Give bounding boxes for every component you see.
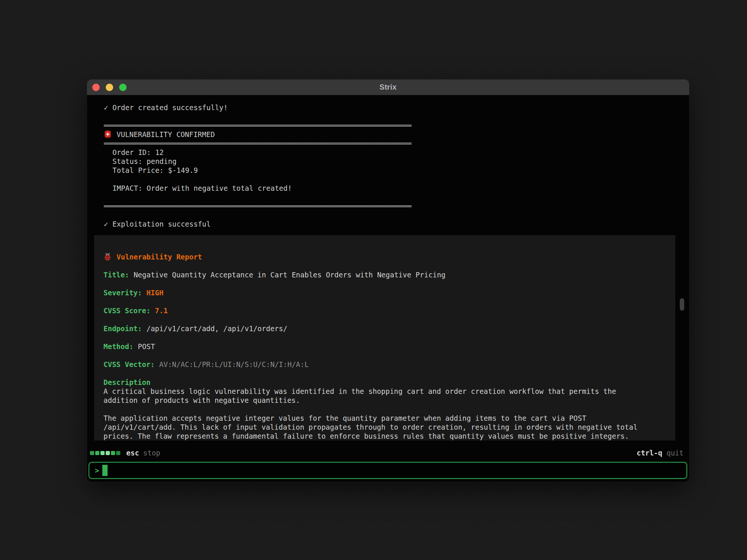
impact-line: IMPACT: Order with negative total create… [104,184,689,193]
title-value: Negative Quantity Acceptance in Cart Ena… [134,270,446,279]
spinner-square [111,451,115,455]
separator-line: ════════════════════════════════════════… [104,121,689,130]
spinner-square [95,451,99,455]
order-status-line: Status: pending [104,157,689,166]
report-method-row: Method: POST [103,342,666,351]
description-line: The application accepts negative integer… [103,414,666,423]
endpoint-label: Endpoint: [103,324,142,333]
esc-key-hint: esc [126,449,139,457]
report-severity-row: Severity: HIGH [103,288,666,297]
status-right: ctrl-q quit [637,449,684,457]
description-line: /api/v1/cart/add. This lack of input val… [103,423,666,432]
report-heading-line: Vulnerability Report [103,252,666,261]
spinner-square [106,451,110,455]
scrollbar-thumb[interactable] [680,298,684,311]
vulnerability-confirmed-text: VULNERABILITY CONFIRMED [117,130,215,139]
spinner-square [100,451,105,455]
report-endpoint-row: Endpoint: /api/v1/cart/add, /api/v1/orde… [103,324,666,333]
cvss-vector-value: AV:N/AC:L/PR:L/UI:N/S:U/C:N/I:H/A:L [159,360,309,369]
description-line: addition of products with negative quant… [103,396,666,405]
vulnerability-confirmed-line: VULNERABILITY CONFIRMED [104,130,689,139]
bug-icon [103,253,112,261]
cvss-score-label: CVSS Score: [103,306,151,315]
stop-label: stop [143,449,160,457]
terminal-body: ✓ Order created successfully! ══════════… [87,95,689,481]
separator-line: ════════════════════════════════════════… [104,202,689,211]
terminal-output: ✓ Order created successfully! ══════════… [87,95,689,228]
total-price-line: Total Price: $-149.9 [104,166,689,175]
window-title: Strix [87,83,689,91]
command-input[interactable]: > [89,462,687,479]
status-left: esc stop [90,449,160,457]
severity-badge: HIGH [146,288,164,297]
vulnerability-report-panel[interactable]: Vulnerability Report Title: Negative Qua… [94,235,675,441]
description-line: A critical business logic vulnerability … [103,387,666,396]
titlebar[interactable]: Strix [87,80,689,95]
spinner-square [90,451,94,455]
order-success-line: ✓ Order created successfully! [104,103,689,112]
severity-label: Severity: [103,288,142,297]
separator-line: ════════════════════════════════════════… [104,139,689,148]
terminal-window: Strix ✓ Order created successfully! ════… [87,80,689,482]
status-bar: esc stop ctrl-q quit [90,448,684,457]
report-cvss-vector-row: CVSS Vector: AV:N/AC:L/PR:L/UI:N/S:U/C:N… [103,360,666,369]
quit-label: quit [666,449,684,457]
cvss-score-value: 7.1 [155,306,168,315]
report-heading: Vulnerability Report [117,252,202,261]
method-value: POST [138,342,155,351]
description-heading: Description [103,378,151,387]
spinner-square [116,451,120,455]
prompt-symbol: > [95,462,99,479]
description-heading-row: Description [103,378,666,387]
method-label: Method: [103,342,133,351]
text-cursor [102,465,108,476]
report-cvss-score-row: CVSS Score: 7.1 [103,306,666,315]
siren-icon [104,130,112,139]
endpoint-value: /api/v1/cart/add, /api/v1/orders/ [146,324,288,333]
description-line: prices. The flaw represents a fundamenta… [103,432,666,441]
activity-spinner [90,451,120,455]
exploitation-success-line: ✓ Exploitation successful [104,220,689,228]
report-title-row: Title: Negative Quantity Acceptance in C… [103,270,666,279]
order-id-line: Order ID: 12 [104,148,689,157]
ctrl-q-key-hint: ctrl-q [637,449,663,457]
cvss-vector-label: CVSS Vector: [103,360,155,369]
title-label: Title: [103,270,129,279]
